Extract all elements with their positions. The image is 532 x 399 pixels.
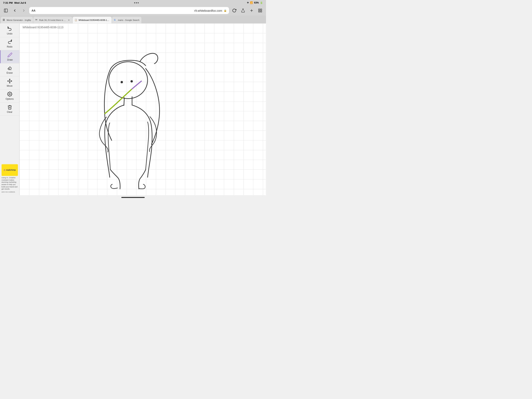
sidebar-item-undo[interactable]: Undo (0, 24, 19, 37)
mario-favicon: G (114, 19, 117, 21)
whiteboard-area[interactable]: Whiteboard 91954465-6038-1113 (19, 23, 266, 195)
ad-banner[interactable]: 🐵 mailchimp (1, 164, 18, 176)
sidebar-item-erase[interactable]: Erase (0, 63, 19, 76)
drawing-canvas[interactable] (19, 23, 266, 195)
sidebar-item-options[interactable]: Options (0, 90, 19, 103)
erase-label: Erase (7, 71, 13, 74)
navigation-bar: AA r9.whiteboardfox.com 🔒 (0, 6, 266, 16)
ad-section[interactable]: 🐵 mailchimp Using AI, Creative Assistant… (0, 163, 19, 194)
whiteboard-favicon: 📋 (75, 19, 77, 21)
sidebar-item-redo[interactable]: Redo (0, 37, 19, 50)
svg-rect-0 (4, 9, 8, 12)
lock-icon: 🔒 (224, 9, 227, 12)
back-button[interactable] (11, 7, 18, 14)
battery-percent: 63% (254, 1, 259, 4)
menu-dot-2 (136, 2, 137, 3)
tab-whiteboard[interactable]: 📋 Whiteboard 91954465-6038-1113 (73, 17, 112, 23)
svg-rect-5 (259, 9, 260, 10)
url-bar[interactable]: AA r9.whiteboardfox.com 🔒 (29, 7, 229, 14)
draw-label: Draw (7, 58, 13, 61)
options-label: Options (6, 98, 14, 100)
airplane-icon: ✈ (247, 1, 249, 4)
undo-icon (7, 26, 13, 32)
svg-point-14 (130, 80, 133, 82)
redo-label: Redo (7, 45, 13, 48)
tab-rule34-label: Rule 34, if it exist there is porn of it… (39, 19, 66, 21)
sidebar-item-clear[interactable]: Clear (0, 103, 19, 116)
url-text: r9.whiteboardfox.com (194, 9, 222, 12)
pencil-icon (7, 52, 13, 58)
move-icon (7, 78, 13, 84)
aa-button[interactable]: AA (32, 9, 35, 12)
tab-whiteboard-label: Whiteboard 91954465-6038-1113 (78, 19, 110, 21)
tab-mario[interactable]: G mario - Google Search (112, 17, 141, 23)
rule34-favicon: 34 (35, 19, 38, 21)
tab-rule34[interactable]: 34 Rule 34, if it exist there is porn of… (33, 17, 72, 23)
svg-point-11 (9, 94, 10, 95)
tabs-button[interactable] (257, 7, 264, 14)
tabs-bar: 🖼 Meme Generator - Imgflip 34 Rule 34, i… (0, 16, 266, 23)
sidebar-item-draw[interactable]: Draw (0, 50, 19, 63)
status-day: Wed Jul 6 (14, 1, 26, 4)
clear-label: Clear (7, 111, 13, 113)
status-bar: 7:31 PM Wed Jul 6 ✈ 📶 63% 🔋 (0, 0, 266, 6)
sidebar-toggle-button[interactable] (2, 7, 9, 14)
meme-favicon: 🖼 (3, 19, 6, 21)
ad-via: ADS VIA CARBON (1, 191, 18, 193)
tab-meme-label: Meme Generator - Imgflip (7, 19, 31, 21)
svg-rect-7 (260, 11, 262, 12)
undo-label: Undo (7, 32, 13, 35)
tab-mario-label: mario - Google Search (118, 19, 139, 21)
sidebar-item-move[interactable]: Move (0, 76, 19, 90)
status-time: 7:31 PM (3, 1, 13, 4)
gear-icon (7, 91, 13, 97)
main-content: Undo Redo Draw (0, 23, 266, 195)
menu-dot-1 (134, 2, 135, 3)
reload-button[interactable] (231, 7, 238, 14)
eraser-icon (7, 65, 13, 71)
ad-text: Using AI, Creative Assistant makes stunn… (1, 177, 18, 190)
home-indicator[interactable] (121, 197, 145, 198)
tab-rule34-close[interactable]: ✕ (67, 19, 70, 22)
svg-rect-8 (259, 11, 260, 12)
share-button[interactable] (240, 7, 247, 14)
menu-dot-3 (138, 2, 139, 3)
redo-icon (7, 39, 13, 45)
tab-meme[interactable]: 🖼 Meme Generator - Imgflip (1, 17, 33, 23)
wifi-icon: 📶 (250, 1, 253, 4)
move-label: Move (7, 84, 13, 87)
new-tab-button[interactable] (248, 7, 255, 14)
battery-icon: 🔋 (260, 1, 263, 4)
sidebar: Undo Redo Draw (0, 23, 19, 195)
forward-button[interactable] (20, 7, 27, 14)
svg-rect-6 (260, 9, 262, 10)
trash-icon (7, 104, 13, 110)
bottom-bar (0, 195, 266, 200)
svg-point-13 (120, 81, 123, 83)
